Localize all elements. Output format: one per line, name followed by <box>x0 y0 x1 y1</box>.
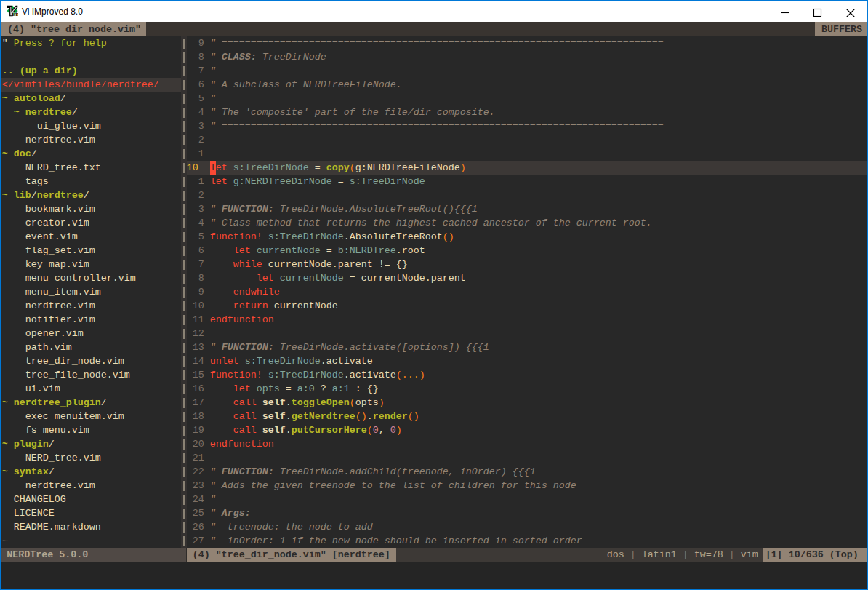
svg-text:im: im <box>12 10 18 17</box>
